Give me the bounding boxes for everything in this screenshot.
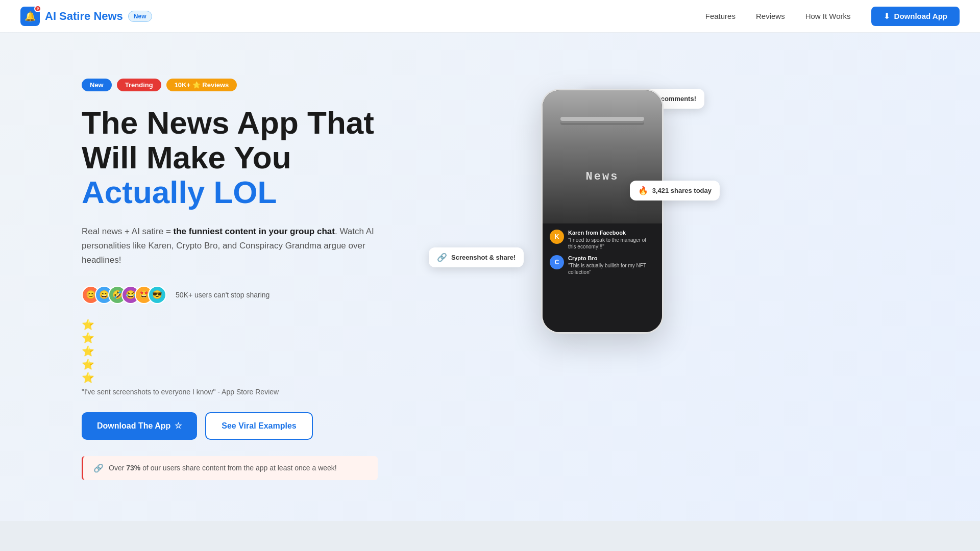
brand-name: AI Satire News xyxy=(45,10,123,23)
footer-section xyxy=(0,521,980,551)
download-app-button[interactable]: Download The App ☆ xyxy=(82,412,197,440)
users-count-text: 50K+ users can't stop sharing xyxy=(176,291,270,299)
brand-name-suffix: News xyxy=(93,10,122,22)
crypto-comment: Crypto Bro "This is actually bullish for… xyxy=(568,255,655,276)
share-text-pre: Over xyxy=(109,464,126,472)
brand: 🔔 9 AI Satire News New xyxy=(20,7,705,26)
share-text: Over 73% of our users share content from… xyxy=(109,464,337,472)
nav-download-label: Download App xyxy=(894,12,947,20)
karen-avatar: K xyxy=(550,230,564,244)
cta-row: Download The App ☆ See Viral Examples xyxy=(82,412,449,440)
bubble-screenshot-icon: 🔗 xyxy=(437,253,447,262)
phone-mockup: K Karen from Facebook "I need to speak t… xyxy=(541,89,664,334)
star-1: ⭐ xyxy=(82,318,449,331)
hero-description: Real news + AI satire = the funniest con… xyxy=(82,224,378,267)
hero-desc-plain: Real news + AI satire = xyxy=(82,227,174,236)
nav-reviews[interactable]: Reviews xyxy=(756,12,785,20)
hero-headline-line2: Will Make You xyxy=(82,140,449,175)
typewriter-visual xyxy=(543,90,662,223)
tags-row: New Trending 10K+ ⭐ Reviews xyxy=(82,79,449,91)
share-percent: 73% xyxy=(126,464,140,472)
crypto-name: Crypto Bro xyxy=(568,255,655,261)
avatar-6: 😎 xyxy=(148,286,166,304)
stars-row: ⭐ ⭐ ⭐ ⭐ ⭐ xyxy=(82,318,449,384)
phone-comments-area: K Karen from Facebook "I need to speak t… xyxy=(543,223,662,332)
bubble-fire-icon: 🔥 xyxy=(638,186,648,195)
brand-new-badge: New xyxy=(128,11,152,22)
bubble-screenshot: 🔗 Screenshot & share! xyxy=(429,247,524,267)
karen-comment: Karen from Facebook "I need to speak to … xyxy=(568,230,655,250)
nav-features[interactable]: Features xyxy=(705,12,736,20)
nav-how-it-works[interactable]: How It Works xyxy=(805,12,851,20)
hero-headline-lol: Actually LOL xyxy=(82,175,449,210)
star-2: ⭐ xyxy=(82,332,449,344)
brand-name-prefix: AI Satire xyxy=(45,10,93,22)
star-4: ⭐ xyxy=(82,358,449,370)
comment-crypto: C Crypto Bro "This is actually bullish f… xyxy=(550,255,655,276)
karen-name: Karen from Facebook xyxy=(568,230,655,236)
hero-desc-bold: the funniest content in your group chat xyxy=(174,227,335,236)
review-quote: "I've sent screenshots to everyone I kno… xyxy=(82,388,449,396)
share-text-post: of our users share content from the app … xyxy=(140,464,336,472)
karen-text: "I need to speak to the manager of this … xyxy=(568,237,655,250)
hero-headline: The News App That Will Make You Actually… xyxy=(82,106,449,210)
tag-reviews: 10K+ ⭐ Reviews xyxy=(166,79,237,91)
hero-headline-line1: The News App That xyxy=(82,106,449,140)
avatar-stack: 😊 😄 🤣 😂 🤩 😎 xyxy=(82,286,161,304)
star-3: ⭐ xyxy=(82,345,449,357)
share-icon: 🔗 xyxy=(93,463,104,473)
share-banner: 🔗 Over 73% of our users share content fr… xyxy=(82,456,378,480)
phone-image-area xyxy=(543,90,662,223)
comment-karen: K Karen from Facebook "I need to speak t… xyxy=(550,230,655,250)
hero-section: New Trending 10K+ ⭐ Reviews The News App… xyxy=(0,33,980,521)
navbar-nav: Features Reviews How It Works ⬇ Download… xyxy=(705,7,960,26)
nav-download-button[interactable]: ⬇ Download App xyxy=(871,7,960,26)
brand-bell-icon: 🔔 xyxy=(24,11,36,22)
bubble-shares-text: 3,421 shares today xyxy=(652,187,712,194)
tag-trending: Trending xyxy=(117,79,161,91)
download-icon: ⬇ xyxy=(884,12,890,21)
star-icon: ☆ xyxy=(175,421,182,431)
notification-dot: 9 xyxy=(34,5,41,12)
hero-right: 💬 Actually funny AI comments! K Karen fr… xyxy=(449,73,715,334)
tag-new: New xyxy=(82,79,112,91)
bubble-screenshot-text: Screenshot & share! xyxy=(451,254,516,261)
see-viral-examples-button[interactable]: See Viral Examples xyxy=(205,412,312,440)
star-5: ⭐ xyxy=(82,371,449,384)
navbar: 🔔 9 AI Satire News New Features Reviews … xyxy=(0,0,980,33)
phone-screen: K Karen from Facebook "I need to speak t… xyxy=(543,90,662,332)
brand-icon: 🔔 9 xyxy=(20,7,40,26)
crypto-avatar: C xyxy=(550,255,564,269)
users-row: 😊 😄 🤣 😂 🤩 😎 50K+ users can't stop sharin… xyxy=(82,286,449,304)
hero-left: New Trending 10K+ ⭐ Reviews The News App… xyxy=(82,63,449,480)
download-app-label: Download The App xyxy=(97,421,170,431)
bubble-shares-today: 🔥 3,421 shares today xyxy=(630,181,720,201)
crypto-text: "This is actually bullish for my NFT col… xyxy=(568,262,655,276)
